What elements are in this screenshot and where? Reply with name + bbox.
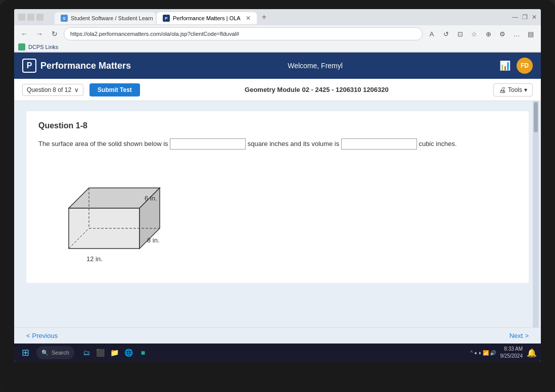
taskbar-search[interactable]: 🔍 Search [36,346,74,359]
new-tab-button[interactable]: + [258,10,270,24]
dropdown-arrow-icon: ∨ [74,86,79,93]
question-number: Question 1-8 [38,121,517,130]
notification-icon[interactable]: 🔔 [527,348,537,358]
tab-performance-matters[interactable]: P Performance Matters | OLA ✕ [157,12,257,24]
browser-action-4[interactable]: ⚙ [496,28,508,40]
address-input[interactable] [64,27,423,40]
question-nav-bar: Question 8 of 12 ∨ Submit Test Geometry … [14,79,541,101]
taskbar-icon-4[interactable]: 🌐 [123,347,135,359]
tab-icon-1: S [61,15,68,22]
question-selector[interactable]: Question 8 of 12 ∨ [22,84,83,96]
taskbar-time-display: 8:33 AM [500,346,523,353]
taskbar-icon-5[interactable]: ■ [137,347,149,359]
next-label: Next [510,332,523,339]
svg-marker-0 [69,208,140,249]
tab-icon-2: P [163,15,170,22]
previous-label: Previous [32,332,58,339]
tab-label-2: Performance Matters | OLA [173,15,241,21]
taskbar-date-display: 9/25/2024 [500,353,523,360]
favorites-button[interactable]: ☆ [468,28,480,40]
windows-icon: ⊞ [22,347,29,358]
bookmark-icon [18,43,25,51]
win-restore-btn[interactable] [27,14,34,21]
question-text: The surface area of the solid shown belo… [38,138,517,150]
sidebar-button[interactable]: ▤ [525,28,537,40]
question-selector-text: Question 8 of 12 [27,86,71,93]
header-right: 📊 FD [499,58,533,74]
browser-action-3[interactable]: ⊕ [482,28,494,40]
scrollbar[interactable] [533,101,539,327]
taskbar-icon-1[interactable]: 🗂 [80,347,92,359]
depth-label: 12 in. [86,255,103,263]
figure-area: 6 in. 8 in. 12 in. [38,168,180,271]
width-label: 8 in. [147,236,160,244]
app-name: Performance Matters [40,61,131,71]
taskbar-right: ^ ● ♦ 📶 🔊 8:33 AM 9/25/2024 🔔 [471,346,537,360]
tab-student-software[interactable]: S Student Software / Student Learn ✕ [55,12,156,24]
rectangular-prism-svg: 6 in. 8 in. 12 in. [38,168,180,269]
scrollbar-thumb[interactable] [534,102,538,132]
test-title: Geometry Module 02 - 2425 - 1206310 1206… [146,86,487,93]
browser-action-1[interactable]: ↺ [440,28,452,40]
start-button[interactable]: ⊞ [18,346,32,360]
minimize-button[interactable]: — [512,14,518,21]
search-icon: 🔍 [41,350,49,356]
address-bar-row: ← → ↻ A ↺ ⊡ ☆ ⊕ ⚙ … ▤ [14,25,541,42]
win-close-btn[interactable] [36,14,43,21]
restore-button[interactable]: ❐ [522,14,528,21]
taskbar-app-icons: 🗂 ⬛ 📁 🌐 ■ [80,347,149,359]
user-avatar[interactable]: FD [517,58,533,74]
height-label: 6 in. [145,194,157,202]
volume-input[interactable] [341,138,417,150]
next-arrow-icon: > [525,332,529,339]
question-text-after: cubic inches. [419,140,456,148]
browser-action-2[interactable]: ⊡ [454,28,466,40]
next-button[interactable]: Next > [510,332,529,339]
read-mode-button[interactable]: A [426,28,438,40]
surface-area-input[interactable] [170,138,246,150]
submit-test-button[interactable]: Submit Test [89,83,140,96]
pm-logo: P Performance Matters [22,59,131,73]
tab-close-2[interactable]: ✕ [246,15,251,22]
browser-action-icons: A ↺ ⊡ ☆ ⊕ ⚙ … ▤ [426,28,537,40]
pm-header: P Performance Matters Welcome, Fremyl 📊 … [14,53,541,79]
question-content: Question 1-8 The surface area of the sol… [26,111,529,283]
pm-logo-icon: P [22,59,36,73]
chart-icon[interactable]: 📊 [499,60,511,71]
question-text-between: square inches and its volume is [248,140,339,148]
taskbar-icon-2[interactable]: ⬛ [95,347,107,359]
screen: S Student Software / Student Learn ✕ P P… [14,9,541,362]
bookmarks-bar: DCPS Links [14,42,541,52]
app-content: P Performance Matters Welcome, Fremyl 📊 … [14,53,541,344]
tools-button[interactable]: 🖨 Tools ▾ [493,83,533,96]
taskbar: ⊞ 🔍 Search 🗂 ⬛ 📁 🌐 ■ ^ ● ♦ 📶 🔊 8:33 AM 9… [14,344,541,362]
tools-arrow-icon: ▾ [524,86,527,93]
laptop-frame: S Student Software / Student Learn ✕ P P… [0,0,555,392]
nav-footer: < Previous Next > [14,327,541,344]
taskbar-icon-3[interactable]: 📁 [109,347,121,359]
close-window-button[interactable]: ✕ [532,14,537,21]
back-button[interactable]: ← [18,28,30,40]
refresh-button[interactable]: ↻ [49,28,61,40]
prev-arrow-icon: < [26,332,30,339]
window-controls [18,14,43,21]
more-button[interactable]: … [511,28,523,40]
browser-chrome: S Student Software / Student Learn ✕ P P… [14,9,541,53]
taskbar-clock: 8:33 AM 9/25/2024 [500,346,523,360]
title-bar: S Student Software / Student Learn ✕ P P… [14,9,541,25]
previous-button[interactable]: < Previous [26,332,58,339]
question-text-before: The surface area of the solid shown belo… [38,140,168,148]
tab-label-1: Student Software / Student Learn [71,15,153,21]
welcome-message: Welcome, Fremyl [131,62,499,70]
tab-bar: S Student Software / Student Learn ✕ P P… [51,10,505,24]
bookmark-label[interactable]: DCPS Links [28,44,58,50]
search-label: Search [52,350,69,356]
question-area: Question 1-8 The surface area of the sol… [14,101,541,327]
tools-label: Tools [508,86,522,93]
forward-button[interactable]: → [33,28,45,40]
win-minimize-btn[interactable] [18,14,25,21]
tools-icon: 🖨 [499,86,506,94]
system-tray-icons: ^ ● ♦ 📶 🔊 [471,350,496,356]
